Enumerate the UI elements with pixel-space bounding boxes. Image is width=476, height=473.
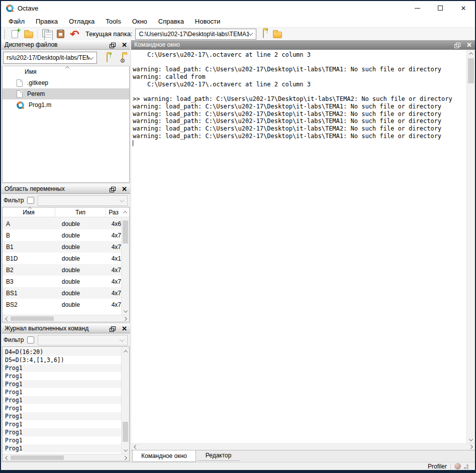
folder-up-button[interactable]: ↑ bbox=[256, 28, 270, 40]
filter-combobox[interactable] bbox=[38, 195, 128, 206]
scrollbar-thumb[interactable] bbox=[123, 422, 128, 442]
minimize-button[interactable] bbox=[406, 1, 429, 15]
copy-button[interactable] bbox=[39, 28, 53, 40]
browser-folder-up-button[interactable]: ↑ bbox=[101, 52, 113, 64]
filter-checkbox[interactable] bbox=[27, 336, 34, 343]
history-item[interactable]: Prog1 bbox=[3, 412, 121, 420]
menu-item[interactable]: Отладка bbox=[63, 16, 100, 27]
history-item[interactable]: Prog1 bbox=[3, 444, 121, 452]
scroll-down-button[interactable] bbox=[122, 308, 130, 315]
console-line: >> warning: load_path: C:\Users\u202-17\… bbox=[133, 95, 465, 103]
close-button[interactable]: ✕ bbox=[452, 1, 475, 15]
scrollbar-thumb[interactable] bbox=[468, 58, 474, 83]
file-row[interactable]: Perem bbox=[3, 88, 129, 99]
file-list-header[interactable]: Имя bbox=[3, 66, 129, 77]
menu-item[interactable]: Справка bbox=[153, 16, 189, 27]
filter-checkbox[interactable] bbox=[27, 197, 34, 204]
dock-tab[interactable]: Редактор bbox=[197, 450, 240, 461]
file-name: .gitkeep bbox=[27, 79, 48, 86]
history-item[interactable]: Prog1 bbox=[3, 420, 121, 428]
variable-name: B bbox=[3, 232, 55, 239]
scroll-up-button[interactable] bbox=[122, 347, 130, 355]
scroll-up-button[interactable] bbox=[121, 207, 129, 217]
undo-button[interactable]: ↶ bbox=[67, 28, 81, 40]
variable-row[interactable]: B1 double 4x7 bbox=[3, 241, 121, 253]
variable-row[interactable]: B1D double 4x1 bbox=[3, 253, 121, 264]
variable-row[interactable]: B double 4x7 bbox=[3, 229, 121, 241]
panel-close-icon[interactable]: ✕ bbox=[122, 42, 127, 48]
dock-tab[interactable]: Командное окно bbox=[132, 450, 196, 462]
history-item[interactable]: Prog1 bbox=[3, 436, 121, 444]
scroll-right-button[interactable] bbox=[122, 315, 129, 322]
panel-close-icon[interactable]: ✕ bbox=[122, 325, 127, 332]
variable-row[interactable]: A double 4x6 bbox=[3, 218, 121, 229]
variable-row[interactable]: B2 double 4x7 bbox=[3, 264, 121, 276]
horizontal-scrollbar[interactable] bbox=[131, 443, 475, 450]
menu-item[interactable]: Tools bbox=[100, 16, 126, 27]
scrollbar-thumb[interactable] bbox=[123, 220, 128, 244]
paste-button[interactable] bbox=[53, 28, 67, 40]
command-window-output[interactable]: C:\Users\u202-17\.octaverc at line 2 col… bbox=[131, 50, 475, 443]
browse-folder-button[interactable] bbox=[270, 28, 284, 40]
panel-close-icon[interactable]: ✕ bbox=[122, 186, 127, 192]
variable-row[interactable]: BS1 double 4x7 bbox=[3, 287, 121, 299]
file-row[interactable]: .gitkeep bbox=[3, 77, 129, 88]
column-header-name[interactable]: Имя bbox=[3, 207, 55, 217]
file-browser-path-combobox[interactable]: rs/u202-17/Desktop/it-labs/TEMA1 bbox=[3, 52, 97, 64]
menu-item[interactable]: Окно bbox=[127, 16, 153, 27]
maximize-button[interactable] bbox=[429, 1, 452, 15]
scroll-left-button[interactable] bbox=[131, 444, 139, 450]
vertical-scrollbar[interactable] bbox=[121, 218, 129, 315]
scrollbar-thumb[interactable] bbox=[11, 316, 54, 321]
status-bar: Profiler bbox=[1, 462, 475, 470]
menu-item[interactable]: Файл bbox=[3, 16, 30, 27]
history-titlebar: Журнал выполненных команд ✕ bbox=[2, 324, 130, 333]
scroll-up-button[interactable] bbox=[467, 50, 475, 57]
history-item[interactable]: Prog1 bbox=[3, 404, 121, 412]
undock-icon[interactable] bbox=[111, 187, 116, 191]
variable-row[interactable]: B3 double 4x7 bbox=[3, 276, 121, 287]
resize-grip-icon[interactable] bbox=[466, 467, 468, 469]
new-script-button[interactable]: + bbox=[8, 28, 22, 40]
column-header-type[interactable]: Тип bbox=[55, 207, 106, 217]
scroll-down-button[interactable] bbox=[467, 436, 475, 443]
history-item[interactable]: D5=D(3:4,[1,3,6]) bbox=[3, 356, 121, 364]
menu-item[interactable]: Новости bbox=[189, 16, 226, 27]
horizontal-scrollbar[interactable] bbox=[3, 454, 129, 461]
profiler-status-led[interactable] bbox=[454, 463, 461, 469]
panel-close-icon[interactable]: ✕ bbox=[466, 42, 472, 48]
file-icon bbox=[17, 101, 24, 109]
history-item[interactable]: D4=D(16:20) bbox=[3, 348, 121, 356]
vertical-scrollbar[interactable] bbox=[121, 347, 129, 454]
history-item[interactable]: Prog1 bbox=[3, 372, 121, 380]
file-name: Prog1.m bbox=[29, 101, 51, 108]
horizontal-scrollbar[interactable] bbox=[3, 315, 129, 322]
filter-label: Фильтр bbox=[4, 197, 24, 204]
file-row[interactable]: Prog1.m bbox=[3, 99, 129, 110]
undock-icon[interactable] bbox=[111, 326, 116, 330]
menu-item[interactable]: Правка bbox=[30, 16, 63, 27]
scroll-left-button[interactable] bbox=[3, 454, 10, 461]
history-item[interactable]: Prog1 bbox=[3, 364, 121, 372]
variable-size: 4x7 bbox=[106, 244, 121, 251]
variable-rows: A double 4x6 B double 4x7 B1 bbox=[3, 218, 121, 315]
scroll-down-button[interactable] bbox=[122, 447, 130, 454]
vertical-scrollbar[interactable] bbox=[466, 50, 475, 443]
history-item[interactable]: Prog1 bbox=[3, 388, 121, 396]
scroll-left-button[interactable] bbox=[3, 315, 10, 322]
history-item[interactable]: Prog1 bbox=[3, 428, 121, 436]
current-folder-combobox[interactable]: C:\Users\u202-17\Desktop\it-labs\TEMA1 bbox=[135, 29, 256, 40]
toolbar-drag-handle[interactable] bbox=[4, 29, 6, 39]
column-header-size[interactable]: Раз bbox=[106, 207, 121, 217]
browser-actions-button[interactable]: ⚙ bbox=[117, 52, 129, 64]
filter-combobox[interactable] bbox=[38, 335, 128, 345]
scroll-right-button[interactable] bbox=[467, 444, 475, 450]
undock-icon[interactable] bbox=[456, 43, 460, 47]
history-item[interactable]: Prog1 bbox=[3, 380, 121, 388]
variable-row[interactable]: BS2 double 4x7 bbox=[3, 299, 121, 310]
scroll-right-button[interactable] bbox=[122, 454, 129, 461]
scrollbar-thumb[interactable] bbox=[11, 455, 64, 460]
undock-icon[interactable] bbox=[111, 43, 116, 47]
open-file-button[interactable] bbox=[22, 28, 36, 40]
history-item[interactable]: Prog1 bbox=[3, 396, 121, 404]
